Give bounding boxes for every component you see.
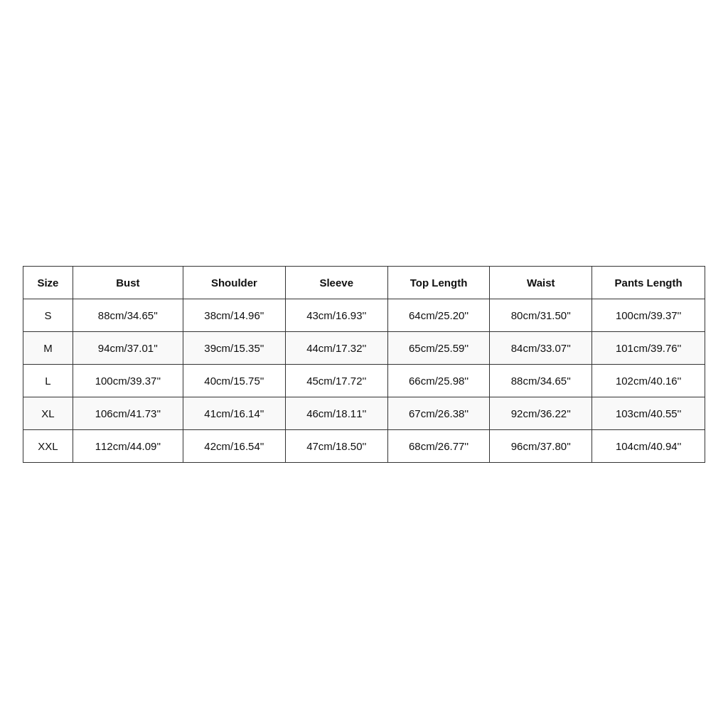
table-row: M94cm/37.01''39cm/15.35''44cm/17.32''65c… (23, 331, 705, 364)
header-waist: Waist (490, 266, 592, 299)
cell-row0-col2: 38cm/14.96'' (183, 299, 286, 331)
cell-row0-col1: 88cm/34.65'' (73, 299, 183, 331)
cell-row1-col3: 44cm/17.32'' (285, 331, 387, 364)
cell-row2-col6: 102cm/40.16'' (592, 364, 705, 397)
cell-row3-col1: 106cm/41.73'' (73, 397, 183, 429)
cell-row4-col0: XXL (23, 429, 73, 462)
cell-row1-col6: 101cm/39.76'' (592, 331, 705, 364)
header-shoulder: Shoulder (183, 266, 286, 299)
table-body: S88cm/34.65''38cm/14.96''43cm/16.93''64c… (23, 299, 705, 462)
cell-row2-col4: 66cm/25.98'' (387, 364, 490, 397)
cell-row2-col0: L (23, 364, 73, 397)
cell-row2-col1: 100cm/39.37'' (73, 364, 183, 397)
cell-row0-col3: 43cm/16.93'' (285, 299, 387, 331)
cell-row4-col6: 104cm/40.94'' (592, 429, 705, 462)
cell-row4-col3: 47cm/18.50'' (285, 429, 387, 462)
cell-row0-col5: 80cm/31.50'' (490, 299, 592, 331)
header-size: Size (23, 266, 73, 299)
header-bust: Bust (73, 266, 183, 299)
cell-row2-col3: 45cm/17.72'' (285, 364, 387, 397)
size-chart-table: Size Bust Shoulder Sleeve Top Length Wai… (23, 266, 705, 463)
cell-row4-col2: 42cm/16.54'' (183, 429, 286, 462)
cell-row1-col2: 39cm/15.35'' (183, 331, 286, 364)
cell-row3-col2: 41cm/16.14'' (183, 397, 286, 429)
cell-row0-col4: 64cm/25.20'' (387, 299, 490, 331)
header-top-length: Top Length (387, 266, 490, 299)
table-row: XXL112cm/44.09''42cm/16.54''47cm/18.50''… (23, 429, 705, 462)
cell-row4-col1: 112cm/44.09'' (73, 429, 183, 462)
table-header-row: Size Bust Shoulder Sleeve Top Length Wai… (23, 266, 705, 299)
cell-row1-col0: M (23, 331, 73, 364)
cell-row4-col5: 96cm/37.80'' (490, 429, 592, 462)
size-chart-container: Size Bust Shoulder Sleeve Top Length Wai… (23, 266, 705, 463)
cell-row1-col4: 65cm/25.59'' (387, 331, 490, 364)
header-sleeve: Sleeve (285, 266, 387, 299)
header-pants-length: Pants Length (592, 266, 705, 299)
table-row: L100cm/39.37''40cm/15.75''45cm/17.72''66… (23, 364, 705, 397)
cell-row1-col1: 94cm/37.01'' (73, 331, 183, 364)
cell-row2-col5: 88cm/34.65'' (490, 364, 592, 397)
cell-row4-col4: 68cm/26.77'' (387, 429, 490, 462)
cell-row0-col6: 100cm/39.37'' (592, 299, 705, 331)
table-row: S88cm/34.65''38cm/14.96''43cm/16.93''64c… (23, 299, 705, 331)
table-row: XL106cm/41.73''41cm/16.14''46cm/18.11''6… (23, 397, 705, 429)
cell-row1-col5: 84cm/33.07'' (490, 331, 592, 364)
cell-row2-col2: 40cm/15.75'' (183, 364, 286, 397)
cell-row3-col4: 67cm/26.38'' (387, 397, 490, 429)
cell-row3-col6: 103cm/40.55'' (592, 397, 705, 429)
cell-row0-col0: S (23, 299, 73, 331)
cell-row3-col5: 92cm/36.22'' (490, 397, 592, 429)
cell-row3-col0: XL (23, 397, 73, 429)
cell-row3-col3: 46cm/18.11'' (285, 397, 387, 429)
